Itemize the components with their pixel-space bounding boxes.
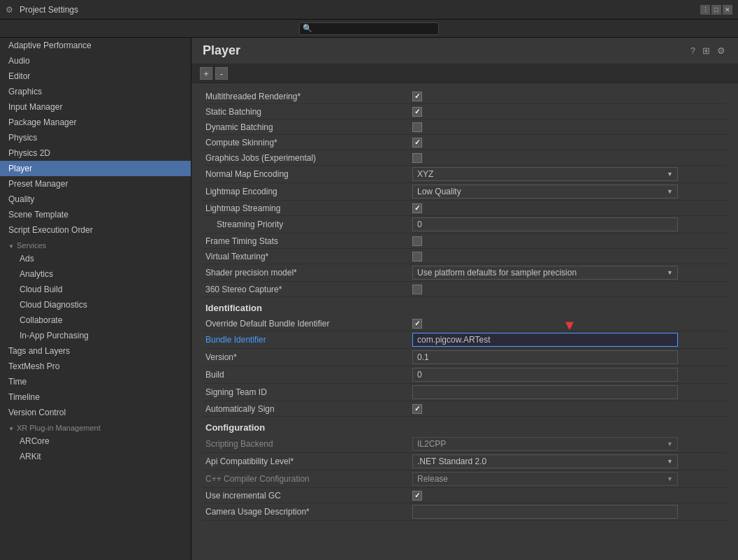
setting-label: Scripting Backend: [203, 439, 412, 449]
sidebar-item-tags-and-layers[interactable]: Tags and Layers: [0, 343, 191, 359]
sidebar-item-version-control[interactable]: Version Control: [0, 405, 191, 420]
sidebar-item-adaptive-performance[interactable]: Adaptive Performance: [0, 38, 191, 53]
sidebar-item-cloud-diagnostics[interactable]: Cloud Diagnostics: [0, 297, 191, 313]
remove-platform-button[interactable]: -: [215, 67, 228, 80]
more-options-button[interactable]: ⋮: [700, 5, 710, 15]
sidebar-item-physics[interactable]: Physics: [0, 130, 191, 145]
bundle-identifier-link[interactable]: Bundle Identifier: [205, 335, 266, 345]
cpp-compiler-dropdown[interactable]: Release ▼: [412, 472, 678, 486]
setting-label: Camera Usage Description*: [203, 507, 412, 517]
lightmap-encoding-dropdown[interactable]: Low Quality ▼: [412, 185, 678, 199]
streaming-priority-input[interactable]: [412, 217, 678, 231]
content-area: Player ? ⊞ ⚙ + - Multithreaded Rendering…: [191, 38, 738, 560]
auto-sign-checkbox[interactable]: [412, 404, 422, 414]
setting-label: Signing Team ID: [203, 387, 412, 397]
version-input[interactable]: [412, 350, 678, 364]
sidebar-item-arkit[interactable]: ARKit: [0, 449, 191, 464]
setting-control: [412, 107, 727, 117]
camera-usage-input[interactable]: [412, 505, 678, 519]
sidebar-label: Cloud Build: [20, 285, 62, 294]
settings-gear-button[interactable]: ⚙: [716, 44, 727, 57]
sidebar-item-player[interactable]: Player: [0, 161, 191, 176]
override-bundle-checkbox[interactable]: [412, 319, 422, 329]
sidebar-section-services[interactable]: Services: [0, 238, 191, 251]
platform-tabs: + -: [191, 64, 738, 83]
sidebar-item-input-manager[interactable]: Input Manager: [0, 99, 191, 115]
shader-precision-dropdown[interactable]: Use platform defaults for sampler precis…: [412, 266, 678, 280]
virtual-texturing-checkbox[interactable]: [412, 252, 422, 261]
setting-row-auto-sign: Automatically Sign: [203, 401, 727, 417]
static-batching-checkbox[interactable]: [412, 107, 422, 117]
setting-control: .NET Standard 2.0 ▼: [412, 454, 727, 468]
sidebar-label: Version Control: [8, 408, 66, 417]
search-input[interactable]: [314, 24, 435, 33]
search-wrap: 🔍: [299, 22, 439, 35]
sidebar-label: ARKit: [20, 452, 41, 461]
configuration-section-header: Configuration: [203, 417, 727, 436]
scripting-backend-dropdown[interactable]: IL2CPP ▼: [412, 437, 678, 451]
dynamic-batching-checkbox[interactable]: [412, 122, 422, 132]
sidebar-item-arcore[interactable]: ARCore: [0, 433, 191, 449]
sidebar-item-editor[interactable]: Editor: [0, 69, 191, 84]
sidebar-item-time[interactable]: Time: [0, 374, 191, 389]
sidebar-label: In-App Purchasing: [20, 331, 89, 340]
sidebar-item-script-execution-order[interactable]: Script Execution Order: [0, 222, 191, 238]
sidebar-item-quality[interactable]: Quality: [0, 192, 191, 207]
sidebar-item-in-app-purchasing[interactable]: In-App Purchasing: [0, 328, 191, 343]
graphics-jobs-checkbox[interactable]: [412, 153, 422, 163]
sidebar-item-scene-template[interactable]: Scene Template: [0, 207, 191, 222]
restore-button[interactable]: □: [711, 5, 721, 15]
close-button[interactable]: ✕: [723, 5, 732, 15]
sidebar-item-package-manager[interactable]: Package Manager: [0, 115, 191, 130]
sidebar-item-audio[interactable]: Audio: [0, 53, 191, 69]
sidebar-label: XR Plug-in Management: [17, 424, 101, 432]
sidebar-label: Physics: [8, 133, 37, 143]
bundle-identifier-input[interactable]: [412, 333, 678, 347]
setting-row-cpp-compiler: C++ Compiler Configuration Release ▼: [203, 471, 727, 488]
normal-map-encoding-dropdown[interactable]: XYZ ▼: [412, 167, 678, 181]
add-platform-button[interactable]: +: [200, 67, 212, 80]
lightmap-streaming-checkbox[interactable]: [412, 203, 422, 213]
setting-label: Frame Timing Stats: [203, 236, 412, 246]
layout-button[interactable]: ⊞: [701, 44, 711, 57]
setting-control: [412, 217, 727, 231]
setting-control: [412, 138, 727, 148]
sidebar-label: Analytics: [20, 269, 53, 279]
stereo-capture-checkbox[interactable]: [412, 285, 422, 294]
setting-label: Streaming Priority: [203, 220, 412, 229]
sidebar-item-analytics[interactable]: Analytics: [0, 266, 191, 282]
sidebar-item-ads[interactable]: Ads: [0, 251, 191, 266]
sidebar-item-physics-2d[interactable]: Physics 2D: [0, 145, 191, 161]
setting-control: Release ▼: [412, 472, 727, 486]
setting-row-virtual-texturing: Virtual Texturing*: [203, 249, 727, 264]
signing-team-id-input[interactable]: [412, 385, 678, 399]
multithreaded-rendering-checkbox[interactable]: [412, 92, 422, 101]
help-button[interactable]: ?: [689, 44, 697, 57]
sidebar-item-timeline[interactable]: Timeline: [0, 389, 191, 405]
setting-row-shader-precision: Shader precision model* Use platform def…: [203, 264, 727, 282]
sidebar-label: Timeline: [8, 392, 40, 402]
setting-row-camera-usage: Camera Usage Description*: [203, 503, 727, 521]
setting-row-version: Version*: [203, 349, 727, 366]
incremental-gc-checkbox[interactable]: [412, 491, 422, 501]
setting-row-normal-map-encoding: Normal Map Encoding XYZ ▼: [203, 166, 727, 183]
sidebar-label: Quality: [8, 194, 34, 204]
compute-skinning-checkbox[interactable]: [412, 138, 422, 148]
api-compatibility-dropdown[interactable]: .NET Standard 2.0 ▼: [412, 454, 678, 468]
setting-control: [412, 505, 727, 519]
main-layout: Adaptive Performance Audio Editor Graphi…: [0, 38, 738, 560]
search-icon: 🔍: [303, 24, 312, 33]
dropdown-value: XYZ: [417, 169, 433, 179]
window-title: Project Settings: [20, 5, 78, 15]
sidebar-item-preset-manager[interactable]: Preset Manager: [0, 176, 191, 192]
setting-control: [412, 285, 727, 294]
sidebar-section-xr[interactable]: XR Plug-in Management: [0, 420, 191, 433]
sidebar-item-cloud-build[interactable]: Cloud Build: [0, 282, 191, 297]
header-icons: ? ⊞ ⚙: [689, 44, 727, 57]
build-input[interactable]: [412, 368, 678, 382]
sidebar-item-graphics[interactable]: Graphics: [0, 84, 191, 99]
sidebar-label: Adaptive Performance: [8, 41, 92, 50]
sidebar-item-collaborate[interactable]: Collaborate: [0, 313, 191, 328]
frame-timing-checkbox[interactable]: [412, 236, 422, 246]
sidebar-item-textmesh-pro[interactable]: TextMesh Pro: [0, 359, 191, 374]
